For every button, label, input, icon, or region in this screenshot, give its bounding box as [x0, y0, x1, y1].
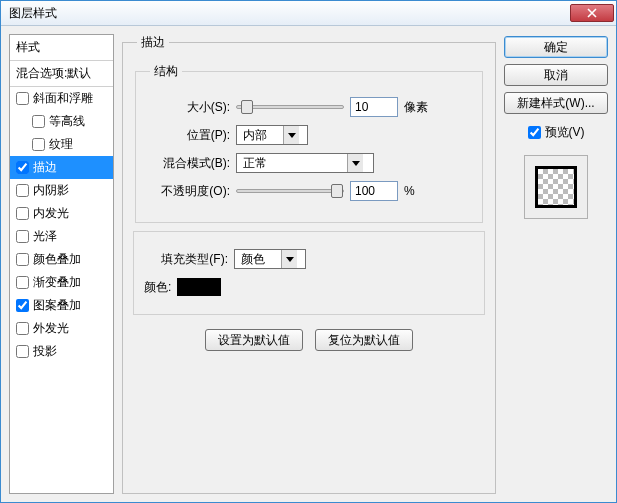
blend-options-default[interactable]: 混合选项:默认 — [10, 61, 113, 87]
style-checkbox[interactable] — [16, 184, 29, 197]
style-item-label: 内发光 — [33, 205, 69, 222]
chevron-down-icon — [347, 154, 363, 172]
style-item-label: 等高线 — [49, 113, 85, 130]
cancel-button[interactable]: 取消 — [504, 64, 608, 86]
preview-thumbnail — [524, 155, 588, 219]
filltype-label: 填充类型(F): — [144, 251, 234, 268]
layer-style-dialog: 图层样式 样式 混合选项:默认 斜面和浮雕等高线纹理描边内阴影内发光光泽颜色叠加… — [0, 0, 617, 503]
style-item-10[interactable]: 外发光 — [10, 317, 113, 340]
preview-checkbox-row[interactable]: 预览(V) — [504, 124, 608, 141]
opacity-unit: % — [404, 184, 415, 198]
style-item-label: 图案叠加 — [33, 297, 81, 314]
stroke-legend: 描边 — [137, 34, 169, 51]
size-row: 大小(S): 像素 — [146, 96, 472, 118]
size-label: 大小(S): — [146, 99, 236, 116]
style-item-label: 渐变叠加 — [33, 274, 81, 291]
style-item-0[interactable]: 斜面和浮雕 — [10, 87, 113, 110]
style-checkbox[interactable] — [32, 138, 45, 151]
stroke-fieldset: 描边 结构 大小(S): 像素 位置(P): 内部 — [122, 34, 496, 494]
opacity-input[interactable] — [350, 181, 398, 201]
style-item-label: 内阴影 — [33, 182, 69, 199]
style-checkbox[interactable] — [16, 345, 29, 358]
filltype-combo[interactable]: 颜色 — [234, 249, 306, 269]
titlebar: 图层样式 — [1, 1, 616, 26]
chevron-down-icon — [281, 250, 297, 268]
styles-header[interactable]: 样式 — [10, 35, 113, 61]
style-item-9[interactable]: 图案叠加 — [10, 294, 113, 317]
style-item-1[interactable]: 等高线 — [10, 110, 113, 133]
style-item-11[interactable]: 投影 — [10, 340, 113, 363]
color-swatch[interactable] — [177, 278, 221, 296]
style-checkbox[interactable] — [32, 115, 45, 128]
slider-thumb-icon[interactable] — [241, 100, 253, 114]
style-checkbox[interactable] — [16, 207, 29, 220]
opacity-label: 不透明度(O): — [146, 183, 236, 200]
preview-checkbox[interactable] — [528, 126, 541, 139]
style-checkbox[interactable] — [16, 253, 29, 266]
style-checkbox[interactable] — [16, 230, 29, 243]
settings-panel: 描边 结构 大小(S): 像素 位置(P): 内部 — [122, 34, 496, 494]
style-checkbox[interactable] — [16, 322, 29, 335]
style-item-label: 外发光 — [33, 320, 69, 337]
position-combo[interactable]: 内部 — [236, 125, 308, 145]
style-item-label: 描边 — [33, 159, 57, 176]
style-item-6[interactable]: 光泽 — [10, 225, 113, 248]
blendmode-combo[interactable]: 正常 — [236, 153, 374, 173]
style-checkbox[interactable] — [16, 161, 29, 174]
size-input[interactable] — [350, 97, 398, 117]
size-slider[interactable] — [236, 105, 344, 109]
blendmode-row: 混合模式(B): 正常 — [146, 152, 472, 174]
style-checkbox[interactable] — [16, 92, 29, 105]
position-row: 位置(P): 内部 — [146, 124, 472, 146]
opacity-row: 不透明度(O): % — [146, 180, 472, 202]
make-default-button[interactable]: 设置为默认值 — [205, 329, 303, 351]
fill-section: 填充类型(F): 颜色 颜色: — [133, 231, 485, 315]
opacity-slider[interactable] — [236, 189, 344, 193]
filltype-row: 填充类型(F): 颜色 — [144, 248, 474, 270]
style-item-label: 纹理 — [49, 136, 73, 153]
ok-button[interactable]: 确定 — [504, 36, 608, 58]
structure-legend: 结构 — [150, 63, 182, 80]
structure-fieldset: 结构 大小(S): 像素 位置(P): 内部 — [135, 63, 483, 223]
window-title: 图层样式 — [9, 5, 57, 22]
preview-label: 预览(V) — [545, 124, 585, 141]
reset-default-button[interactable]: 复位为默认值 — [315, 329, 413, 351]
chevron-down-icon — [283, 126, 299, 144]
style-item-label: 颜色叠加 — [33, 251, 81, 268]
slider-thumb-icon[interactable] — [331, 184, 343, 198]
style-item-4[interactable]: 内阴影 — [10, 179, 113, 202]
style-item-2[interactable]: 纹理 — [10, 133, 113, 156]
default-buttons-row: 设置为默认值 复位为默认值 — [133, 329, 485, 351]
style-item-label: 斜面和浮雕 — [33, 90, 93, 107]
style-item-label: 投影 — [33, 343, 57, 360]
style-checkbox[interactable] — [16, 299, 29, 312]
size-unit: 像素 — [404, 99, 428, 116]
style-item-5[interactable]: 内发光 — [10, 202, 113, 225]
color-row: 颜色: — [144, 276, 474, 298]
dialog-body: 样式 混合选项:默认 斜面和浮雕等高线纹理描边内阴影内发光光泽颜色叠加渐变叠加图… — [1, 26, 616, 502]
style-item-3[interactable]: 描边 — [10, 156, 113, 179]
close-button[interactable] — [570, 4, 614, 22]
new-style-button[interactable]: 新建样式(W)... — [504, 92, 608, 114]
blendmode-label: 混合模式(B): — [146, 155, 236, 172]
styles-list: 样式 混合选项:默认 斜面和浮雕等高线纹理描边内阴影内发光光泽颜色叠加渐变叠加图… — [9, 34, 114, 494]
style-item-8[interactable]: 渐变叠加 — [10, 271, 113, 294]
checker-icon — [535, 166, 577, 208]
style-checkbox[interactable] — [16, 276, 29, 289]
color-label: 颜色: — [144, 279, 171, 296]
style-item-7[interactable]: 颜色叠加 — [10, 248, 113, 271]
position-label: 位置(P): — [146, 127, 236, 144]
close-icon — [587, 8, 597, 18]
style-item-label: 光泽 — [33, 228, 57, 245]
action-panel: 确定 取消 新建样式(W)... 预览(V) — [504, 34, 608, 494]
